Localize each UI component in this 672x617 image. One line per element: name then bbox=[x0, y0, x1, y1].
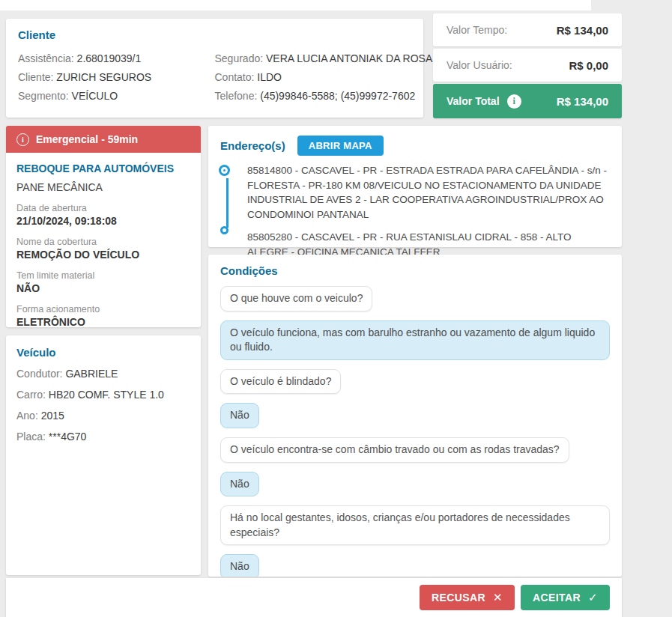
car-label: Carro: bbox=[16, 389, 46, 401]
year-label: Ano: bbox=[16, 410, 38, 422]
insured-label: Segurado: bbox=[215, 52, 264, 64]
client-label: Cliente: bbox=[18, 71, 53, 83]
phone-label: Telefone: bbox=[215, 90, 258, 102]
top-strip bbox=[0, 0, 591, 10]
close-icon: ✕ bbox=[493, 591, 503, 604]
client-field: Cliente: ZURICH SEGUROS bbox=[18, 71, 215, 83]
condition-question: O veículo é blindado? bbox=[220, 369, 341, 395]
material-limit-label: Tem limite material bbox=[16, 270, 190, 281]
plate-field: Placa: ***4G70 bbox=[16, 431, 190, 443]
valor-usuario-label: Valor Usuário: bbox=[447, 59, 512, 71]
coverage-value: REMOÇÃO DO VEÍCULO bbox=[16, 249, 190, 261]
material-limit-value: NÃO bbox=[16, 282, 190, 294]
plate-value: ***4G70 bbox=[49, 431, 87, 443]
origin-marker-icon bbox=[221, 167, 228, 174]
condition-answer: O veículo funciona, mas com barulho estr… bbox=[220, 320, 610, 360]
contact-label: Contato: bbox=[215, 71, 255, 83]
vehicle-title: Veículo bbox=[16, 346, 190, 359]
coverage-label: Nome da cobertura bbox=[16, 237, 190, 247]
condition-answer: Não bbox=[220, 403, 259, 428]
coverage-block: Nome da cobertura REMOÇÃO DO VEÍCULO bbox=[16, 237, 190, 261]
contact-value: ILDO bbox=[257, 71, 282, 83]
insured-value: VERA LUCIA ANTONIAK DA ROSA bbox=[266, 52, 432, 64]
valor-usuario-value: R$ 0,00 bbox=[569, 59, 608, 72]
reject-button[interactable]: RECUSAR ✕ bbox=[420, 585, 515, 610]
accept-button[interactable]: ACEITAR ✓ bbox=[521, 585, 610, 610]
valor-usuario-row: Valor Usuário: R$ 0,00 bbox=[433, 49, 622, 82]
car-field: Carro: HB20 COMF. STYLE 1.0 bbox=[16, 389, 190, 401]
service-name: REBOQUE PARA AUTOMÓVEIS bbox=[16, 162, 190, 174]
assistance-field: Assistência: 2.68019039/1 bbox=[18, 52, 215, 64]
open-date-value: 21/10/2024, 09:18:08 bbox=[16, 215, 190, 227]
activation-value: ELETRÔNICO bbox=[16, 316, 190, 327]
phone-link[interactable]: (45)99846-5588; (45)99972-7602 bbox=[260, 90, 415, 102]
open-date-block: Data de abertura 21/10/2024, 09:18:08 bbox=[16, 203, 190, 227]
condition-question: O veículo encontra-se com câmbio travado… bbox=[220, 437, 569, 463]
info-icon[interactable]: i bbox=[507, 94, 521, 109]
activation-label: Forma acionamento bbox=[16, 304, 190, 314]
valor-total-label: Valor Total bbox=[447, 95, 500, 107]
valor-tempo-row: Valor Tempo: R$ 134,00 bbox=[433, 13, 622, 46]
plate-label: Placa: bbox=[16, 431, 46, 443]
service-problem: PANE MECÂNICA bbox=[16, 181, 190, 193]
valor-total-row: Valor Total i R$ 134,00 bbox=[433, 84, 622, 118]
valor-tempo-label: Valor Tempo: bbox=[447, 24, 507, 36]
assistance-label: Assistência: bbox=[18, 52, 74, 64]
material-limit-block: Tem limite material NÃO bbox=[16, 270, 190, 294]
totals-panel: Valor Tempo: R$ 134,00 Valor Usuário: R$… bbox=[433, 13, 622, 121]
client-card: Cliente Assistência: 2.68019039/1 Client… bbox=[6, 19, 423, 118]
action-bar: RECUSAR ✕ ACEITAR ✓ bbox=[6, 578, 622, 617]
reject-label: RECUSAR bbox=[432, 592, 485, 604]
vehicle-card: Veículo Condutor: GABRIELE Carro: HB20 C… bbox=[6, 335, 201, 575]
client-value: ZURICH SEGUROS bbox=[56, 71, 151, 83]
phone-field: Telefone: (45)99846-5588; (45)99972-7602 bbox=[215, 90, 412, 102]
origin-address: 85814800 - CASCAVEL - PR - ESTRADA ESTRA… bbox=[247, 163, 610, 222]
timeline-connector bbox=[226, 178, 228, 228]
condition-question: O que houve com o veiculo? bbox=[220, 286, 372, 311]
address-card: Endereço(s) ABRIR MAPA 85814800 - CASCAV… bbox=[208, 126, 622, 247]
service-card: i Emergencial - 59min REBOQUE PARA AUTOM… bbox=[6, 126, 201, 327]
assistance-value: 2.68019039/1 bbox=[77, 52, 142, 64]
segment-label: Segmento: bbox=[18, 90, 69, 102]
urgency-banner: i Emergencial - 59min bbox=[6, 126, 201, 153]
condition-answer: Não bbox=[220, 554, 259, 577]
accept-label: ACEITAR bbox=[533, 592, 581, 604]
addresses-title: Endereço(s) bbox=[220, 139, 285, 152]
contact-field: Contato: ILDO bbox=[215, 71, 412, 83]
open-date-label: Data de abertura bbox=[16, 203, 190, 213]
check-icon: ✓ bbox=[588, 591, 598, 604]
insured-field: Segurado: VERA LUCIA ANTONIAK DA ROSA bbox=[215, 52, 412, 64]
year-value: 2015 bbox=[41, 410, 64, 422]
valor-total-value: R$ 134,00 bbox=[557, 95, 608, 108]
condition-question: Há no local gestantes, idosos, crianças … bbox=[220, 505, 610, 545]
driver-label: Condutor: bbox=[16, 368, 62, 380]
client-grid: Assistência: 2.68019039/1 Cliente: ZURIC… bbox=[18, 46, 411, 102]
car-value: HB20 COMF. STYLE 1.0 bbox=[49, 389, 164, 401]
condition-answer: Não bbox=[220, 472, 259, 497]
open-map-button[interactable]: ABRIR MAPA bbox=[297, 136, 384, 156]
info-circle-icon: i bbox=[16, 133, 29, 146]
segment-value: VEÍCULO bbox=[72, 90, 118, 102]
activation-block: Forma acionamento ELETRÔNICO bbox=[16, 304, 190, 327]
destination-marker-icon bbox=[220, 226, 228, 234]
client-title: Cliente bbox=[18, 28, 411, 41]
segment-field: Segmento: VEÍCULO bbox=[18, 90, 215, 102]
year-field: Ano: 2015 bbox=[16, 410, 190, 422]
address-timeline: 85814800 - CASCAVEL - PR - ESTRADA ESTRA… bbox=[220, 163, 610, 259]
urgency-label: Emergencial - 59min bbox=[36, 133, 138, 145]
valor-tempo-value: R$ 134,00 bbox=[557, 24, 608, 37]
driver-value: GABRIELE bbox=[65, 368, 118, 380]
driver-field: Condutor: GABRIELE bbox=[16, 368, 190, 380]
conditions-title: Condições bbox=[220, 264, 610, 277]
conditions-card: Condições O que houve com o veiculo? O v… bbox=[208, 255, 622, 577]
